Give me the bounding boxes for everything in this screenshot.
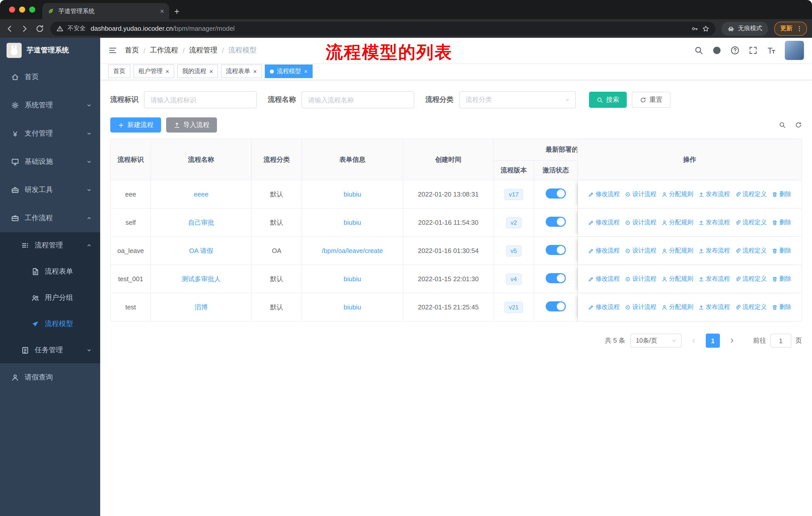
sidebar-item-process-management[interactable]: 流程管理 — [0, 232, 100, 259]
sidebar-item-dev-tools[interactable]: 研发工具 — [0, 176, 100, 204]
maximize-window-button[interactable] — [29, 6, 35, 12]
forward-icon[interactable] — [20, 24, 29, 33]
action-design-process[interactable]: 设计流程 — [625, 246, 657, 255]
action-design-process[interactable]: 设计流程 — [625, 275, 657, 283]
sidebar-item-system-management[interactable]: 系统管理 — [0, 91, 100, 119]
form-info-link[interactable]: biubiu — [302, 209, 403, 237]
action-publish-process[interactable]: 发布流程 — [698, 218, 730, 227]
process-name-link[interactable]: 自己审批 — [151, 209, 252, 237]
close-window-button[interactable] — [9, 6, 15, 12]
browser-update-button[interactable]: 更新 — [774, 21, 807, 35]
browser-menu-icon[interactable] — [796, 25, 803, 32]
action-edit-process[interactable]: 修改流程 — [588, 246, 620, 255]
form-info-link[interactable]: biubiu — [302, 265, 403, 293]
action-delete[interactable]: 删除 — [772, 303, 791, 311]
reset-button[interactable]: 重置 — [632, 92, 671, 108]
action-process-definition[interactable]: 流程定义 — [735, 218, 767, 227]
sidebar-item-task-management[interactable]: 任务管理 — [0, 337, 100, 363]
toggle-search-button[interactable] — [779, 121, 786, 129]
action-assign-rule[interactable]: 分配规则 — [662, 218, 693, 227]
action-edit-process[interactable]: 修改流程 — [588, 218, 620, 227]
reload-icon[interactable] — [35, 24, 44, 33]
breadcrumb-workflow[interactable]: 工作流程 — [150, 46, 178, 55]
action-process-definition[interactable]: 流程定义 — [735, 190, 767, 198]
action-delete[interactable]: 删除 — [772, 218, 791, 227]
action-assign-rule[interactable]: 分配规则 — [662, 246, 693, 255]
sidebar-item-user-group[interactable]: 用户分组 — [0, 285, 100, 311]
action-publish-process[interactable]: 发布流程 — [698, 246, 730, 255]
tag-close-icon[interactable]: × — [253, 68, 257, 74]
action-delete[interactable]: 删除 — [772, 246, 791, 255]
new-tab-button[interactable]: + — [174, 7, 179, 16]
sidebar-item-workflow[interactable]: 工作流程 — [0, 204, 100, 232]
form-info-link[interactable]: biubiu — [302, 293, 403, 322]
font-size-icon[interactable] — [767, 46, 776, 55]
process-name-link[interactable]: eeee — [151, 181, 252, 209]
prev-page-button[interactable] — [687, 333, 701, 348]
action-delete[interactable]: 删除 — [772, 190, 791, 198]
tag-process-form[interactable]: 流程表单 × — [221, 64, 262, 78]
action-process-definition[interactable]: 流程定义 — [735, 303, 767, 311]
address-bar[interactable]: 不安全 dashboard.yudao.iocoder.cn/bpm/manag… — [50, 21, 715, 35]
action-edit-process[interactable]: 修改流程 — [588, 190, 620, 198]
page-number-button[interactable]: 1 — [706, 333, 720, 348]
active-toggle[interactable] — [546, 188, 566, 198]
action-design-process[interactable]: 设计流程 — [625, 303, 657, 311]
tag-close-icon[interactable]: × — [209, 68, 213, 74]
action-process-definition[interactable]: 流程定义 — [735, 246, 767, 255]
import-process-button[interactable]: 导入流程 — [166, 117, 217, 133]
app-logo[interactable]: 芋道管理系统 — [0, 38, 100, 63]
active-toggle[interactable] — [546, 217, 566, 227]
process-name-input[interactable] — [301, 91, 414, 108]
action-publish-process[interactable]: 发布流程 — [698, 303, 730, 311]
form-info-link[interactable]: biubiu — [302, 181, 403, 209]
active-toggle[interactable] — [546, 301, 566, 311]
sidebar-item-leave-query[interactable]: 请假查询 — [0, 363, 100, 391]
process-name-link[interactable]: OA 请假 — [151, 237, 252, 265]
action-design-process[interactable]: 设计流程 — [625, 190, 657, 198]
tag-tenant-management[interactable]: 租户管理 × — [134, 64, 174, 78]
breadcrumb-home[interactable]: 首页 — [125, 46, 139, 55]
sidebar-item-infrastructure[interactable]: 基础设施 — [0, 147, 100, 176]
search-button[interactable]: 搜索 — [589, 92, 627, 108]
back-icon[interactable] — [5, 24, 14, 33]
action-assign-rule[interactable]: 分配规则 — [662, 303, 693, 311]
bookmark-star-icon[interactable] — [702, 25, 709, 32]
action-assign-rule[interactable]: 分配规则 — [662, 275, 693, 283]
sidebar-item-process-form[interactable]: 流程表单 — [0, 259, 100, 285]
process-category-select[interactable]: 流程分类 — [459, 91, 576, 108]
goto-page-input[interactable] — [770, 333, 791, 348]
tag-close-icon[interactable]: × — [304, 68, 308, 74]
minimize-window-button[interactable] — [19, 6, 25, 12]
action-publish-process[interactable]: 发布流程 — [698, 275, 730, 283]
breadcrumb-process-management[interactable]: 流程管理 — [189, 46, 218, 55]
action-delete[interactable]: 删除 — [772, 275, 791, 283]
tab-close-icon[interactable]: × — [160, 7, 164, 15]
action-process-definition[interactable]: 流程定义 — [735, 275, 767, 283]
active-toggle[interactable] — [546, 273, 566, 283]
sidebar-item-home[interactable]: 首页 — [0, 63, 100, 91]
sidebar-item-payment-management[interactable]: ¥ 支付管理 — [0, 119, 100, 147]
action-publish-process[interactable]: 发布流程 — [698, 190, 730, 198]
sidebar-item-process-model[interactable]: 流程模型 — [0, 311, 100, 337]
fullscreen-icon[interactable] — [749, 46, 758, 55]
search-icon[interactable] — [694, 46, 703, 55]
tag-close-icon[interactable]: × — [166, 68, 169, 74]
incognito-badge[interactable]: 无痕模式 — [721, 21, 768, 35]
form-info-link[interactable]: /bpm/oa/leave/create — [302, 237, 403, 265]
help-icon[interactable] — [730, 46, 740, 55]
action-edit-process[interactable]: 修改流程 — [588, 275, 620, 283]
tag-home[interactable]: 首页 — [108, 64, 130, 78]
action-edit-process[interactable]: 修改流程 — [588, 303, 620, 311]
sidebar-toggle-icon[interactable] — [108, 46, 117, 55]
process-id-input[interactable] — [144, 91, 257, 108]
tag-process-model[interactable]: 流程模型 × — [265, 64, 313, 78]
action-design-process[interactable]: 设计流程 — [625, 218, 657, 227]
page-size-select[interactable]: 10条/页 — [630, 333, 682, 348]
password-key-icon[interactable] — [691, 25, 698, 32]
user-avatar[interactable] — [785, 41, 804, 60]
action-assign-rule[interactable]: 分配规则 — [662, 190, 693, 198]
process-name-link[interactable]: 滔博 — [151, 293, 252, 322]
create-process-button[interactable]: 新建流程 — [110, 117, 161, 133]
process-name-link[interactable]: 测试多审批人 — [151, 265, 252, 293]
